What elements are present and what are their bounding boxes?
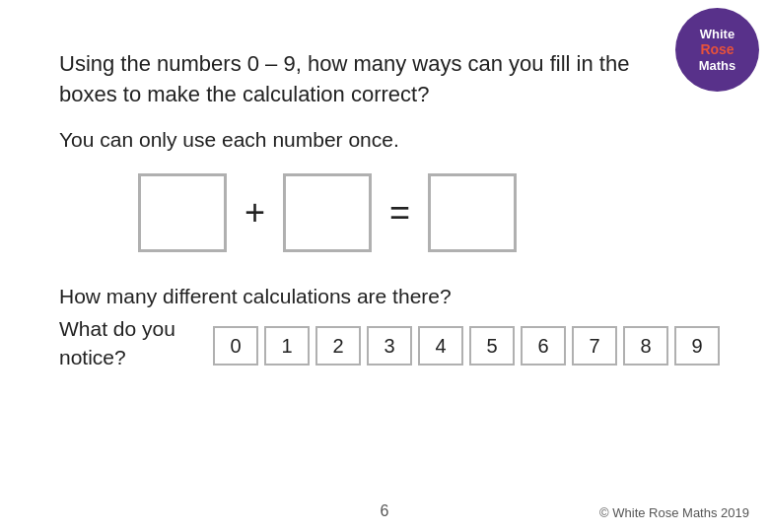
sub-text: You can only use each number once. — [59, 128, 720, 152]
logo-maths: Maths — [699, 58, 736, 74]
logo-rose: Rose — [700, 41, 734, 58]
logo-white: White — [700, 27, 734, 42]
bottom-question-line1: How many different calculations are ther… — [59, 282, 720, 310]
number-box-4[interactable]: 4 — [418, 326, 463, 366]
equation-box-3[interactable] — [428, 173, 517, 252]
number-box-1[interactable]: 1 — [264, 326, 310, 366]
number-box-8[interactable]: 8 — [623, 326, 668, 366]
equation-box-1[interactable] — [138, 173, 227, 252]
number-box-0[interactable]: 0 — [213, 326, 258, 366]
wrm-logo: White Rose Maths — [675, 8, 759, 92]
equals-symbol: = — [389, 192, 410, 233]
number-box-9[interactable]: 9 — [674, 326, 720, 366]
number-box-7[interactable]: 7 — [572, 326, 617, 366]
page-container: White Rose Maths Using the numbers 0 – 9… — [0, 0, 769, 532]
page-number: 6 — [381, 502, 389, 520]
copyright-text: © White Rose Maths 2019 — [599, 505, 749, 520]
number-box-3[interactable]: 3 — [367, 326, 412, 366]
bottom-section: How many different calculations are ther… — [59, 282, 720, 376]
bottom-question-line2: What do you notice? — [59, 314, 205, 372]
main-question: Using the numbers 0 – 9, how many ways c… — [59, 49, 651, 110]
number-box-6[interactable]: 6 — [521, 326, 566, 366]
number-box-5[interactable]: 5 — [469, 326, 515, 366]
number-box-2[interactable]: 2 — [315, 326, 361, 366]
equation-row: + = — [138, 173, 720, 252]
plus-symbol: + — [245, 192, 265, 233]
equation-box-2[interactable] — [283, 173, 372, 252]
number-boxes-row: 0123456789 — [213, 326, 720, 366]
